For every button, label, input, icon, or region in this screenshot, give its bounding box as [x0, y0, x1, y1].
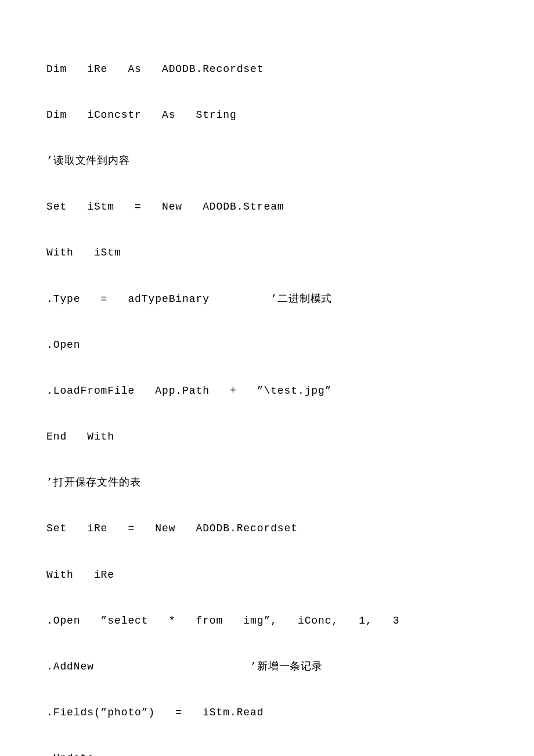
code-line-6 [46, 173, 488, 196]
code-line-3: Dim iConcstr As String [46, 104, 488, 127]
code-line-27: .AddNew ’新增一条记录 [46, 656, 488, 679]
code-line-13: .Open [46, 334, 488, 357]
code-line-10 [46, 265, 488, 288]
code-line-29: .Fields(”photo”) = iStm.Read [46, 701, 488, 725]
code-line-24 [46, 586, 488, 610]
code-line-19: ’打开保存文件的表 [46, 471, 488, 495]
code-line-20 [46, 495, 488, 518]
code-line-14 [46, 357, 488, 380]
code-line-12 [46, 311, 488, 334]
code-line-8 [46, 219, 488, 242]
code-line-7: Set iStm = New ADODB.Stream [46, 196, 488, 219]
code-line-23: With iRe [46, 564, 488, 587]
code-line-4 [46, 127, 488, 150]
code-line-11: .Type = adTypeBinary ’二进制模式 [46, 288, 488, 311]
code-line-15: .LoadFromFile App.Path + ”\test.jpg” [46, 380, 488, 403]
code-line-30 [46, 725, 488, 748]
code-line-25: .Open ”select * from img”, iConc, 1, 3 [46, 610, 488, 633]
code-line-28 [46, 679, 488, 702]
code-line-22 [46, 541, 488, 564]
code-line-26 [46, 632, 488, 656]
code-block: Dim iRe As ADODB.Recordset Dim iConcstr … [46, 35, 488, 756]
code-line-16 [46, 403, 488, 426]
code-line-1: Dim iRe As ADODB.Recordset [46, 58, 488, 81]
code-line-18 [46, 449, 488, 472]
code-line-2 [46, 81, 488, 104]
code-line-31: .Update [46, 747, 488, 756]
code-line-21: Set iRe = New ADODB.Recordset [46, 517, 488, 541]
code-line-5: ’读取文件到内容 [46, 150, 488, 173]
code-line-17: End With [46, 426, 488, 449]
code-line-9: With iStm [46, 242, 488, 265]
